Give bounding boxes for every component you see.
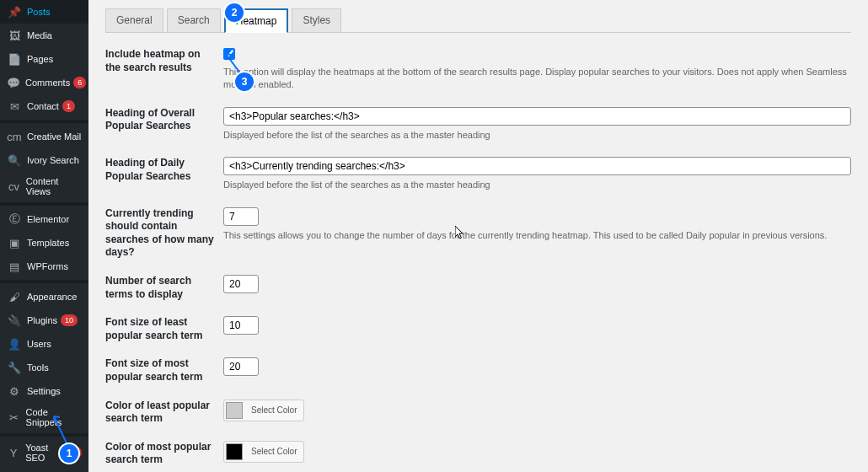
tab-styles[interactable]: Styles [292, 8, 341, 32]
cursor-icon [455, 226, 465, 242]
input-heading-daily[interactable] [223, 157, 851, 175]
sidebar-item-wpforms[interactable]: ▤WPForms [0, 255, 88, 278]
creative-mail-icon: cm [7, 129, 22, 144]
sidebar-item-pages[interactable]: 📄Pages [0, 47, 88, 71]
annotation-1: 1 [60, 444, 78, 463]
annotation-3: 3 [235, 72, 254, 91]
sidebar-item-label: Settings [27, 386, 61, 396]
sidebar-item-label: Media [27, 30, 52, 40]
desc-trending-days: This settings allows you to change the n… [223, 229, 851, 242]
input-num-terms[interactable] [223, 275, 259, 293]
label-heading-overall: Heading of Overall Popular Searches [105, 107, 223, 133]
sidebar-item-comments[interactable]: 💬Comments6 [0, 71, 88, 94]
sidebar-item-label: Code Snippets [26, 407, 82, 427]
checkbox-include-heatmap[interactable] [223, 48, 235, 60]
tab-search[interactable]: Search [167, 8, 221, 32]
sidebar-item-appearance[interactable]: 🖌Appearance [0, 285, 88, 308]
label-num-terms: Number of search terms to display [105, 275, 223, 301]
sidebar-item-structured-data[interactable]: 📊Structured Data [0, 467, 88, 472]
tab-general[interactable]: General [105, 8, 163, 32]
input-font-most[interactable] [223, 357, 259, 376]
main-content: GeneralSearchHeatmapStyles Include heatm… [88, 0, 868, 472]
tools-icon: 🔧 [7, 360, 22, 375]
label-font-least: Font size of least popular search term [105, 316, 223, 342]
posts-icon: 📌 [7, 4, 22, 19]
sidebar-item-label: Contact [27, 101, 59, 111]
sidebar-item-creative-mail[interactable]: cmCreative Mail [0, 125, 88, 148]
badge: 10 [61, 314, 78, 326]
sidebar-item-content-views[interactable]: cvContent Views [0, 172, 88, 201]
yoast-seo-icon: Y [7, 445, 20, 460]
label-include-heatmap: Include heatmap on the search results [105, 48, 223, 74]
sidebar-item-contact[interactable]: ✉Contact1 [0, 94, 88, 118]
label-heading-daily: Heading of Daily Popular Searches [105, 157, 223, 183]
sidebar-item-label: WPForms [27, 261, 68, 271]
input-font-least[interactable] [223, 316, 259, 335]
sidebar-item-label: Comments [25, 78, 70, 88]
settings-icon: ⚙ [7, 384, 22, 399]
color-picker-least[interactable]: Select Color [223, 400, 304, 421]
sidebar-item-label: Plugins [27, 315, 57, 325]
contact-icon: ✉ [7, 99, 22, 114]
color-picker-most[interactable]: Select Color [223, 441, 304, 463]
annotation-2: 2 [225, 3, 244, 22]
swatch-least [226, 402, 243, 419]
sidebar-item-label: Tools [27, 362, 49, 373]
label-trending-days: Currently trending should contain search… [105, 207, 223, 260]
plugins-icon: 🔌 [7, 313, 22, 328]
wpforms-icon: ▤ [7, 259, 22, 274]
desc-heading-daily: Displayed before the list of the searche… [223, 179, 851, 191]
templates-icon: ▣ [7, 235, 22, 250]
sidebar-item-ivory-search[interactable]: 🔍Ivory Search [0, 148, 88, 172]
settings-form: Include heatmap on the search results Th… [105, 48, 851, 472]
badge: 1 [62, 100, 75, 112]
sidebar-item-settings[interactable]: ⚙Settings [0, 379, 88, 403]
sidebar-item-label: Posts [27, 7, 51, 17]
pages-icon: 📄 [7, 51, 22, 67]
badge: 6 [73, 77, 86, 88]
input-trending-days[interactable] [223, 207, 259, 226]
elementor-icon: Ⓔ [7, 212, 22, 227]
sidebar-item-label: Appearance [27, 292, 77, 302]
sidebar-item-label: Ivory Search [27, 155, 79, 165]
sidebar-item-label: Elementor [27, 214, 69, 224]
sidebar-item-code-snippets[interactable]: ✂Code Snippets [0, 403, 88, 432]
select-color-most-btn[interactable]: Select Color [246, 444, 302, 459]
sidebar-item-templates[interactable]: ▣Templates [0, 231, 88, 255]
sidebar-item-users[interactable]: 👤Users [0, 332, 88, 356]
select-color-least-btn[interactable]: Select Color [246, 403, 302, 417]
sidebar-item-posts[interactable]: 📌Posts [0, 0, 88, 24]
admin-sidebar: 📌Posts🖼Media📄Pages💬Comments6✉Contact1cmC… [0, 0, 88, 472]
comments-icon: 💬 [7, 75, 20, 90]
sidebar-item-elementor[interactable]: ⒺElementor [0, 207, 88, 231]
sidebar-item-media[interactable]: 🖼Media [0, 24, 88, 47]
sidebar-item-label: Creative Mail [27, 131, 81, 142]
code-snippets-icon: ✂ [7, 410, 21, 425]
media-icon: 🖼 [7, 28, 22, 43]
ivory-search-icon: 🔍 [7, 153, 22, 168]
swatch-most [226, 443, 243, 460]
desc-include-heatmap: This option will display the heatmaps at… [223, 66, 851, 92]
label-font-most: Font size of most popular search term [105, 357, 223, 384]
sidebar-item-tools[interactable]: 🔧Tools [0, 356, 88, 379]
appearance-icon: 🖌 [7, 289, 22, 304]
label-color-least: Color of least popular search term [105, 400, 223, 426]
label-color-most: Color of most popular search term [105, 441, 223, 467]
content-views-icon: cv [7, 179, 21, 194]
sidebar-item-label: Pages [27, 54, 53, 64]
desc-heading-overall: Displayed before the list of the searche… [223, 129, 851, 142]
sidebar-item-label: Content Views [26, 176, 82, 196]
tab-bar: GeneralSearchHeatmapStyles [105, 8, 851, 33]
input-heading-overall[interactable] [223, 107, 851, 126]
users-icon: 👤 [7, 336, 22, 351]
sidebar-item-plugins[interactable]: 🔌Plugins10 [0, 308, 88, 332]
sidebar-item-label: Users [27, 339, 51, 349]
sidebar-item-label: Templates [27, 238, 69, 248]
